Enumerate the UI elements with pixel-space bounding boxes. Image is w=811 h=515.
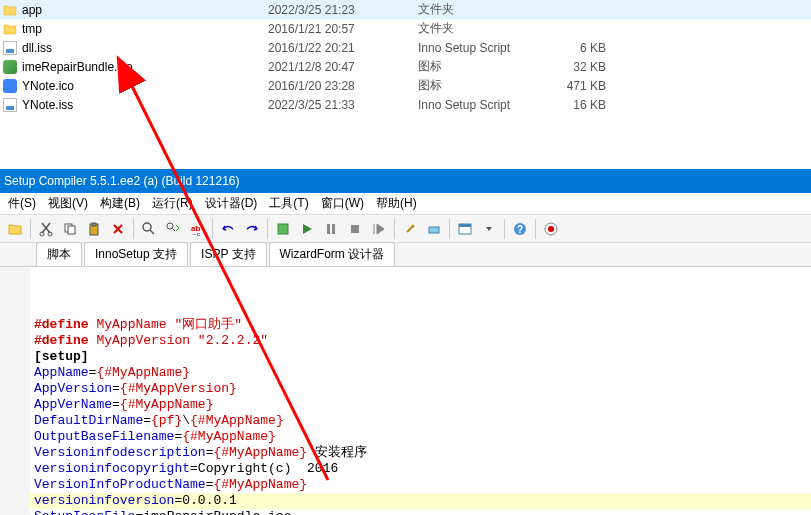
- toolbar-separator: [212, 219, 213, 239]
- svg-rect-5: [92, 223, 96, 226]
- file-row[interactable]: dll.iss 2016/1/22 20:21 Inno Setup Scrip…: [0, 38, 811, 57]
- menu-view[interactable]: 视图(V): [42, 195, 94, 212]
- toolbar-separator: [394, 219, 395, 239]
- toolbar-separator: [535, 219, 536, 239]
- iss-file-icon: [2, 97, 18, 113]
- paste-button[interactable]: [83, 218, 105, 240]
- iss-file-icon: [2, 40, 18, 56]
- menu-tools[interactable]: 工具(T): [263, 195, 314, 212]
- file-size: 471 KB: [546, 79, 606, 93]
- file-row[interactable]: app 2022/3/25 21:23 文件夹: [0, 0, 811, 19]
- file-date: 2016/1/21 20:57: [268, 22, 418, 36]
- tab-script[interactable]: 脚本: [36, 242, 82, 266]
- copy-button[interactable]: [59, 218, 81, 240]
- folder-icon: [2, 21, 18, 37]
- file-date: 2016/1/22 20:21: [268, 41, 418, 55]
- toolbar-separator: [267, 219, 268, 239]
- file-row[interactable]: YNote.iss 2022/3/25 21:33 Inno Setup Scr…: [0, 95, 811, 114]
- file-date: 2022/3/25 21:33: [268, 98, 418, 112]
- step-button[interactable]: [368, 218, 390, 240]
- file-name: dll.iss: [22, 41, 268, 55]
- toolbar-separator: [30, 219, 31, 239]
- run-button[interactable]: [296, 218, 318, 240]
- svg-point-6: [143, 223, 151, 231]
- svg-rect-14: [429, 227, 439, 233]
- file-type: 图标: [418, 77, 546, 94]
- svg-point-20: [548, 226, 554, 232]
- delete-button[interactable]: [107, 218, 129, 240]
- redo-button[interactable]: [241, 218, 263, 240]
- svg-rect-13: [351, 225, 359, 233]
- file-date: 2021/12/8 20:47: [268, 60, 418, 74]
- file-type: 文件夹: [418, 20, 546, 37]
- file-type: Inno Setup Script: [418, 98, 546, 112]
- define-keyword: #define: [34, 317, 89, 332]
- stop-button[interactable]: [344, 218, 366, 240]
- tab-innosetup[interactable]: InnoSetup 支持: [84, 242, 188, 266]
- menu-run[interactable]: 运行(R): [146, 195, 199, 212]
- file-name: app: [22, 3, 268, 17]
- file-size: 16 KB: [546, 98, 606, 112]
- file-size: 32 KB: [546, 60, 606, 74]
- menu-build[interactable]: 构建(B): [94, 195, 146, 212]
- code-editor[interactable]: #define MyAppName "网口助手" #define MyAppVe…: [30, 267, 811, 515]
- toolbar-separator: [504, 219, 505, 239]
- file-size: 6 KB: [546, 41, 606, 55]
- info-button[interactable]: [540, 218, 562, 240]
- svg-rect-16: [459, 224, 471, 227]
- cut-button[interactable]: [35, 218, 57, 240]
- toolbar-separator: [449, 219, 450, 239]
- editor-tabs: 脚本 InnoSetup 支持 ISPP 支持 WizardForm 设计器: [0, 243, 811, 267]
- help-button[interactable]: ?: [509, 218, 531, 240]
- svg-text:→c: →c: [191, 231, 200, 237]
- svg-rect-10: [278, 224, 288, 234]
- file-row[interactable]: tmp 2016/1/21 20:57 文件夹: [0, 19, 811, 38]
- tool-button[interactable]: [423, 218, 445, 240]
- menu-file[interactable]: 件(S): [2, 195, 42, 212]
- find-next-button[interactable]: [162, 218, 184, 240]
- file-name: imeRepairBundle.ico: [22, 60, 268, 74]
- wizard-button[interactable]: [399, 218, 421, 240]
- svg-text:?: ?: [517, 224, 523, 235]
- svg-rect-12: [332, 224, 335, 234]
- file-name: YNote.iss: [22, 98, 268, 112]
- pause-button[interactable]: [320, 218, 342, 240]
- editor-area: #define MyAppName "网口助手" #define MyAppVe…: [0, 267, 811, 515]
- ico-file-icon: [2, 78, 18, 94]
- svg-rect-3: [68, 226, 75, 234]
- menu-window[interactable]: 窗口(W): [315, 195, 370, 212]
- dropdown-button[interactable]: [478, 218, 500, 240]
- tab-wizardform[interactable]: WizardForm 设计器: [269, 242, 396, 266]
- svg-rect-11: [327, 224, 330, 234]
- file-list: app 2022/3/25 21:23 文件夹 tmp 2016/1/21 20…: [0, 0, 811, 114]
- file-type: 图标: [418, 58, 546, 75]
- undo-button[interactable]: [217, 218, 239, 240]
- toolbar: ab→c ?: [0, 215, 811, 243]
- find-button[interactable]: [138, 218, 160, 240]
- form-designer-button[interactable]: [454, 218, 476, 240]
- compile-button[interactable]: [272, 218, 294, 240]
- file-type: Inno Setup Script: [418, 41, 546, 55]
- file-row[interactable]: imeRepairBundle.ico 2021/12/8 20:47 图标 3…: [0, 57, 811, 76]
- window-title: Setup Compiler 5.5.1.ee2 (a) (Build 1212…: [0, 169, 811, 193]
- file-type: 文件夹: [418, 1, 546, 18]
- menu-help[interactable]: 帮助(H): [370, 195, 423, 212]
- menubar: 件(S) 视图(V) 构建(B) 运行(R) 设计器(D) 工具(T) 窗口(W…: [0, 193, 811, 215]
- tab-ispp[interactable]: ISPP 支持: [190, 242, 266, 266]
- ico-file-icon: [2, 59, 18, 75]
- editor-gutter: [0, 267, 30, 515]
- file-row[interactable]: YNote.ico 2016/1/20 23:28 图标 471 KB: [0, 76, 811, 95]
- folder-icon: [2, 2, 18, 18]
- file-name: tmp: [22, 22, 268, 36]
- file-date: 2016/1/20 23:28: [268, 79, 418, 93]
- section-header: [setup]: [34, 349, 89, 364]
- gap: [0, 114, 811, 169]
- file-name: YNote.ico: [22, 79, 268, 93]
- replace-button[interactable]: ab→c: [186, 218, 208, 240]
- toolbar-separator: [133, 219, 134, 239]
- open-button[interactable]: [4, 218, 26, 240]
- file-date: 2022/3/25 21:23: [268, 3, 418, 17]
- menu-designer[interactable]: 设计器(D): [199, 195, 264, 212]
